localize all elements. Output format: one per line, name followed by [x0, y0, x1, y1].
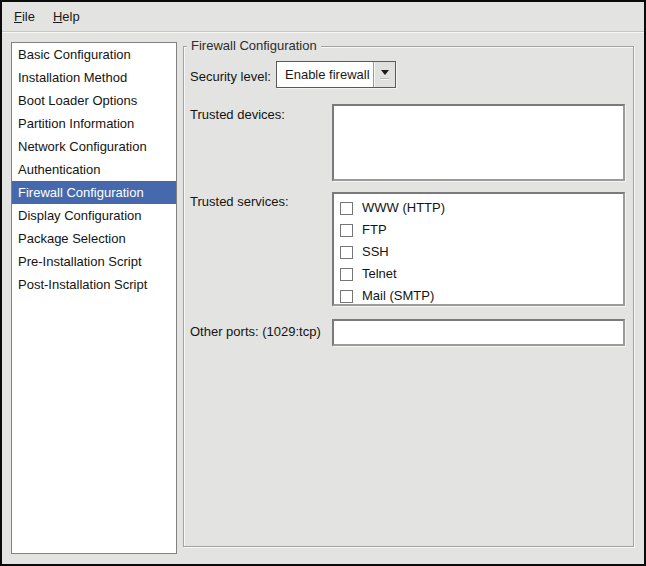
other-ports-input[interactable] — [332, 319, 625, 346]
sidebar-item-boot-loader-options[interactable]: Boot Loader Options — [12, 89, 176, 112]
menu-bar: FileHelp — [2, 2, 644, 32]
checkbox-mail-smtp[interactable] — [340, 290, 353, 303]
checkbox-ssh[interactable] — [340, 246, 353, 259]
service-row-telnet[interactable]: Telnet — [340, 263, 623, 285]
sidebar-item-basic-configuration[interactable]: Basic Configuration — [12, 43, 176, 66]
security-level-label: Security level: — [190, 64, 271, 90]
arrow-down-glyph — [381, 70, 389, 75]
sidebar-item-package-selection[interactable]: Package Selection — [12, 227, 176, 250]
menu-help[interactable]: Help — [44, 2, 89, 32]
sidebar-item-installation-method[interactable]: Installation Method — [12, 66, 176, 89]
sidebar-item-network-configuration[interactable]: Network Configuration — [12, 135, 176, 158]
menu-file[interactable]: File — [5, 2, 44, 32]
sidebar-item-firewall-configuration[interactable]: Firewall Configuration — [12, 181, 176, 204]
service-row-ftp[interactable]: FTP — [340, 219, 623, 241]
sidebar-item-partition-information[interactable]: Partition Information — [12, 112, 176, 135]
sidebar-item-display-configuration[interactable]: Display Configuration — [12, 204, 176, 227]
trusted-services-label: Trusted services: — [190, 192, 289, 212]
arrow-ridge-glyph — [380, 78, 389, 80]
sidebar-item-pre-installation-script[interactable]: Pre-Installation Script — [12, 250, 176, 273]
dropdown-arrow-icon — [373, 62, 395, 87]
sidebar-item-authentication[interactable]: Authentication — [12, 158, 176, 181]
trusted-devices-list[interactable] — [332, 104, 625, 181]
other-ports-label: Other ports: (1029:tcp) — [190, 319, 321, 345]
checkbox-www-http[interactable] — [340, 202, 353, 215]
service-row-www-http[interactable]: WWW (HTTP) — [340, 197, 623, 219]
service-row-ssh[interactable]: SSH — [340, 241, 623, 263]
kickstart-configurator-window: FileHelp Basic Configuration Installatio… — [0, 0, 646, 566]
section-list: Basic Configuration Installation Method … — [11, 42, 177, 554]
frame-title: Firewall Configuration — [187, 38, 321, 53]
service-label: FTP — [362, 219, 387, 241]
service-label: Mail (SMTP) — [362, 285, 434, 307]
service-label: SSH — [362, 241, 389, 263]
trusted-services-list: WWW (HTTP) FTP SSH Telnet Mail (SMTP) — [332, 192, 625, 306]
checkbox-telnet[interactable] — [340, 268, 353, 281]
service-row-mail-smtp[interactable]: Mail (SMTP) — [340, 285, 623, 307]
checkbox-ftp[interactable] — [340, 224, 353, 237]
service-label: Telnet — [362, 263, 397, 285]
service-label: WWW (HTTP) — [362, 197, 445, 219]
security-level-value: Enable firewall — [277, 62, 373, 87]
trusted-devices-label: Trusted devices: — [190, 105, 285, 125]
sidebar-item-post-installation-script[interactable]: Post-Installation Script — [12, 273, 176, 296]
security-level-dropdown[interactable]: Enable firewall — [276, 61, 396, 88]
firewall-configuration-frame: Firewall Configuration Security level: E… — [183, 46, 634, 547]
